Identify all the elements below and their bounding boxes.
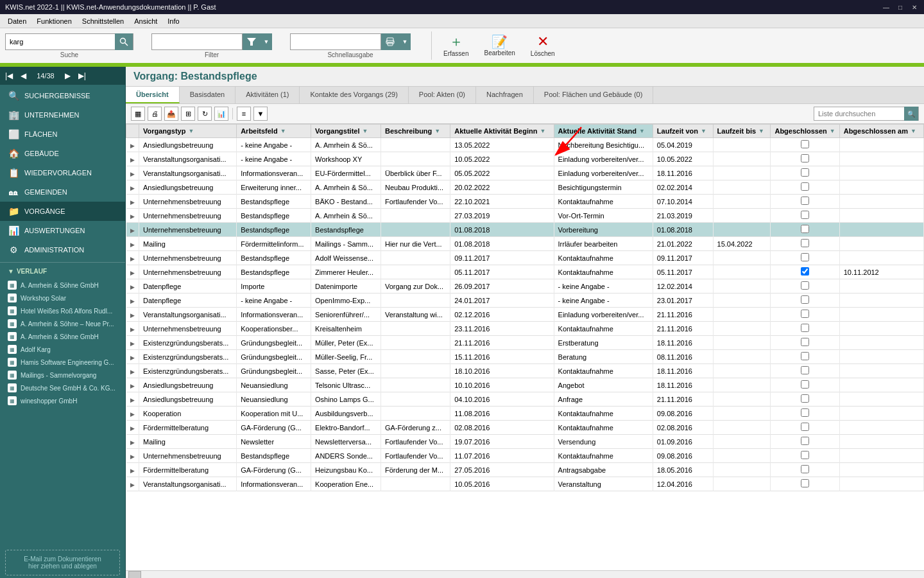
- row-expander-11[interactable]: ▶: [126, 293, 139, 308]
- abgeschl-checkbox-7[interactable]: [801, 239, 809, 247]
- search-button[interactable]: [115, 33, 133, 50]
- table-row[interactable]: ▶ Fördermittelberatung GA-Förderung (G..…: [126, 463, 924, 477]
- cell-abgeschl-14[interactable]: [771, 336, 839, 350]
- cell-abgeschl-13[interactable]: [771, 322, 839, 336]
- table-row[interactable]: ▶ Unternehmensbetreuung Bestandspflege B…: [126, 223, 924, 237]
- nav-prev-button[interactable]: ◀: [18, 70, 29, 82]
- abgeschl-checkbox-24[interactable]: [801, 479, 809, 487]
- cell-abgeschl-20[interactable]: [771, 421, 839, 435]
- verlauf-item-2[interactable]: ▦Hotel Weißes Roß Alfons Rudl...: [0, 304, 125, 317]
- th-arbeitsfeld[interactable]: Arbeitsfeld ▼: [237, 125, 311, 138]
- table-row[interactable]: ▶ Unternehmensbetreuung Bestandspflege A…: [126, 449, 924, 463]
- tt-btn-4[interactable]: ⊞: [181, 107, 195, 121]
- table-row[interactable]: ▶ Existenzgründungsberats... Gründungsbe…: [126, 364, 924, 378]
- verlauf-item-7[interactable]: ▦Mailings - Sammelvorgang: [0, 369, 125, 381]
- row-expander-4[interactable]: ▶: [126, 195, 139, 209]
- close-button[interactable]: ✕: [910, 3, 919, 12]
- cell-abgeschl-6[interactable]: [771, 223, 839, 237]
- table-row[interactable]: ▶ Existenzgründungsberats... Gründungsbe…: [126, 350, 924, 364]
- verlauf-item-1[interactable]: ▦Workshop Solar: [0, 292, 125, 304]
- cell-abgeschl-9[interactable]: [771, 265, 839, 279]
- row-expander-5[interactable]: ▶: [126, 209, 139, 223]
- th-lauf-bis[interactable]: Laufzeit bis ▼: [713, 125, 771, 138]
- sidebar-item-suchergebnisse[interactable]: 🔍 SUCHERGEBNISSE: [0, 86, 125, 105]
- abgeschl-checkbox-1[interactable]: [801, 154, 809, 162]
- th-abgeschl-am[interactable]: Abgeschlossen am ▼: [839, 125, 923, 138]
- tt-btn-1[interactable]: ▦: [131, 107, 145, 121]
- filter-button[interactable]: [243, 33, 261, 50]
- abgeschl-checkbox-12[interactable]: [801, 310, 809, 318]
- sidebar-item-administration[interactable]: ⚙ ADMINISTRATION: [0, 240, 125, 259]
- row-expander-22[interactable]: ▶: [126, 449, 139, 463]
- abgeschl-checkbox-22[interactable]: [801, 451, 809, 459]
- table-row[interactable]: ▶ Unternehmensbetreuung Bestandspflege Z…: [126, 265, 924, 279]
- tt-btn-2[interactable]: 🖨: [148, 107, 162, 121]
- abgeschl-checkbox-6[interactable]: [801, 225, 809, 233]
- cell-abgeschl-21[interactable]: [771, 435, 839, 449]
- th-akt-stand[interactable]: Aktuelle Aktivität Stand ▼: [554, 125, 653, 138]
- tt-dropdown[interactable]: ▼: [253, 107, 268, 121]
- abgeschl-checkbox-20[interactable]: [801, 423, 809, 431]
- row-expander-2[interactable]: ▶: [126, 166, 139, 180]
- menu-info[interactable]: Info: [162, 16, 184, 26]
- filter-input[interactable]: [152, 37, 242, 47]
- tab-kontakte[interactable]: Kontakte des Vorgangs (29): [300, 87, 408, 103]
- abgeschl-checkbox-17[interactable]: [801, 380, 809, 389]
- cell-abgeschl-7[interactable]: [771, 237, 839, 251]
- table-row[interactable]: ▶ Veranstaltungsorganisati... Informatio…: [126, 166, 924, 180]
- nav-next-button[interactable]: ▶: [62, 70, 73, 82]
- abgeschl-checkbox-14[interactable]: [801, 338, 809, 346]
- cell-abgeschl-19[interactable]: [771, 407, 839, 421]
- row-expander-13[interactable]: ▶: [126, 322, 139, 336]
- table-row[interactable]: ▶ Datenpflege Importe Datenimporte Vorga…: [126, 279, 924, 293]
- abgeschl-checkbox-0[interactable]: [801, 140, 809, 148]
- verlauf-item-3[interactable]: ▦A. Amrhein & Söhne – Neue Pr...: [0, 317, 125, 330]
- tt-btn-3[interactable]: 📤: [164, 107, 178, 121]
- cell-abgeschl-10[interactable]: [771, 279, 839, 293]
- cell-abgeschl-22[interactable]: [771, 449, 839, 463]
- sidebar-item-vorgaenge[interactable]: 📁 VORGÄNGE: [0, 202, 125, 221]
- th-vorgangstitel[interactable]: Vorgangstitel ▼: [311, 125, 381, 138]
- row-expander-8[interactable]: ▶: [126, 251, 139, 265]
- sidebar-item-unternehmen[interactable]: 🏢 UNTERNEHMEN: [0, 105, 125, 125]
- row-expander-18[interactable]: ▶: [126, 392, 139, 407]
- cell-abgeschl-17[interactable]: [771, 378, 839, 392]
- cell-abgeschl-3[interactable]: [771, 180, 839, 195]
- abgeschl-checkbox-3[interactable]: [801, 182, 809, 191]
- schnell-input[interactable]: [291, 37, 381, 47]
- menu-ansicht[interactable]: Ansicht: [129, 16, 162, 26]
- table-row[interactable]: ▶ Fördermittelberatung GA-Förderung (G..…: [126, 421, 924, 435]
- row-expander-19[interactable]: ▶: [126, 407, 139, 421]
- search-input[interactable]: [6, 37, 115, 47]
- abgeschl-checkbox-10[interactable]: [801, 281, 809, 290]
- th-lauf-von[interactable]: Laufzeit von ▼: [653, 125, 713, 138]
- sidebar-item-auswertungen[interactable]: 📊 AUSWERTUNGEN: [0, 221, 125, 240]
- schnell-print-button[interactable]: [381, 33, 399, 50]
- abgeschl-checkbox-16[interactable]: [801, 366, 809, 374]
- abgeschl-checkbox-11[interactable]: [801, 295, 809, 304]
- cell-abgeschl-0[interactable]: [771, 138, 839, 152]
- row-expander-0[interactable]: ▶: [126, 138, 139, 152]
- table-row[interactable]: ▶ Unternehmensbetreuung Kooperationsber.…: [126, 322, 924, 336]
- row-expander-9[interactable]: ▶: [126, 265, 139, 279]
- tab-aktivitaeten[interactable]: Aktivitäten (1): [235, 87, 300, 103]
- th-akt-beginn[interactable]: Aktuelle Aktivität Beginn ▼: [450, 125, 554, 138]
- table-row[interactable]: ▶ Veranstaltungsorganisati... - keine An…: [126, 152, 924, 166]
- table-row[interactable]: ▶ Mailing Fördermittelinform... Mailings…: [126, 237, 924, 251]
- abgeschl-checkbox-4[interactable]: [801, 197, 809, 205]
- sidebar-item-wiedervorlagen[interactable]: 📋 WIEDERVORLAGEN: [0, 163, 125, 182]
- verlauf-item-8[interactable]: ▦Deutsche See GmbH & Co. KG...: [0, 381, 125, 394]
- abgeschl-checkbox-9[interactable]: [801, 267, 809, 276]
- row-expander-17[interactable]: ▶: [126, 378, 139, 392]
- row-expander-1[interactable]: ▶: [126, 152, 139, 166]
- row-expander-12[interactable]: ▶: [126, 308, 139, 322]
- schnell-dropdown-button[interactable]: ▼: [399, 33, 411, 50]
- cell-abgeschl-23[interactable]: [771, 463, 839, 477]
- table-row[interactable]: ▶ Datenpflege - keine Angabe - OpenImmo-…: [126, 293, 924, 308]
- tab-basisdaten[interactable]: Basisdaten: [180, 87, 235, 103]
- bearbeiten-button[interactable]: 📝 Bearbeiten: [477, 33, 521, 59]
- th-vorgangstyp[interactable]: Vorgangstyp ▼: [139, 125, 237, 138]
- horizontal-scrollbar[interactable]: [126, 570, 924, 578]
- abgeschl-checkbox-19[interactable]: [801, 408, 809, 417]
- cell-abgeschl-2[interactable]: [771, 166, 839, 180]
